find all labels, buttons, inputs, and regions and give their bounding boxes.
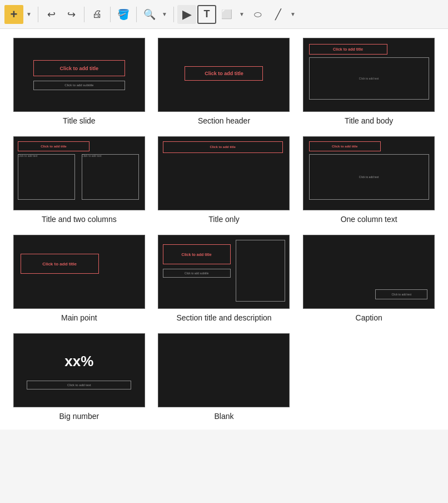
image-dropdown-arrow[interactable]: ▼ — [236, 5, 247, 24]
redo-button[interactable]: ↪ — [62, 5, 81, 24]
preview-col-right — [82, 154, 139, 199]
preview-title: Click to add title — [33, 60, 125, 76]
preview-title: Click to add title — [163, 141, 283, 153]
preview-body: Click to add text — [309, 154, 429, 199]
preview-big-number-value: xx% — [27, 347, 131, 376]
layout-item-big-number[interactable]: xx% Click to add text Big number — [11, 333, 147, 421]
layout-preview-one-col: Click to add title Click to add text — [303, 136, 435, 210]
layout-label-one-col: One column text — [341, 215, 397, 224]
layout-label-caption: Caption — [356, 313, 382, 322]
preview-subtitle: Click to add subtitle — [33, 81, 125, 90]
layout-preview-main-point: Click to add title — [13, 235, 145, 309]
layout-label-title-slide: Title slide — [63, 116, 96, 125]
preview-title: Click to add title — [185, 66, 263, 81]
select-button[interactable]: ▶ — [177, 5, 196, 24]
preview-col-right-label: Click to add text — [82, 154, 102, 157]
layout-label-big-number: Big number — [59, 412, 99, 421]
layout-item-two-cols[interactable]: Click to add title Click to add text Cli… — [11, 136, 147, 224]
layout-item-one-col[interactable]: Click to add title Click to add text One… — [301, 136, 437, 224]
preview-col-left — [18, 154, 75, 199]
layout-preview-blank — [158, 333, 290, 407]
preview-col-left-label: Click to add text — [18, 154, 38, 157]
image-group: ⬜ ▼ — [217, 5, 247, 24]
line-dropdown-arrow[interactable]: ▼ — [287, 5, 298, 24]
zoom-dropdown-arrow[interactable]: ▼ — [159, 5, 170, 24]
layout-label-title-body: Title and body — [345, 116, 393, 125]
separator-4 — [136, 7, 137, 22]
undo-button[interactable]: ↩ — [42, 5, 61, 24]
preview-body: Click to add text — [309, 57, 429, 100]
layouts-grid: Click to add title Click to add subtitle… — [11, 38, 437, 421]
print-button[interactable]: 🖨 — [88, 5, 107, 24]
separator-1 — [38, 7, 38, 22]
toolbar: + ▼ ↩ ↪ 🖨 🪣 🔍 ▼ ▶ T ⬜ ▼ ⬭ ╱ ▼ — [0, 0, 448, 29]
layout-label-blank: Blank — [214, 412, 233, 421]
layout-label-section-header: Section header — [198, 116, 250, 125]
image-button[interactable]: ⬜ — [217, 5, 236, 24]
layout-label-two-cols: Title and two columns — [42, 215, 117, 224]
preview-title: Click to add title — [21, 254, 99, 274]
preview-title: Click to add title — [18, 141, 89, 151]
layout-preview-section-desc: Click to add title Click to add subtitle — [158, 235, 290, 309]
shape-button[interactable]: ⬭ — [248, 5, 267, 24]
layout-label-title-only: Title only — [208, 215, 240, 224]
separator-2 — [84, 7, 84, 22]
text-button[interactable]: T — [197, 5, 216, 24]
layout-preview-two-cols: Click to add title Click to add text Cli… — [13, 136, 145, 210]
preview-caption-text: Click to add text — [375, 289, 427, 299]
layout-item-title-body[interactable]: Click to add title Click to add text Tit… — [301, 38, 437, 125]
layout-item-title-only[interactable]: Click to add title Title only — [156, 136, 292, 224]
layout-preview-section-header: Click to add title — [158, 38, 290, 112]
layout-preview-big-number: xx% Click to add text — [13, 333, 145, 407]
line-group: ╱ ▼ — [268, 5, 298, 24]
zoom-button[interactable]: 🔍 — [140, 5, 159, 24]
layout-item-main-point[interactable]: Click to add title Main point — [11, 235, 147, 322]
add-button[interactable]: + — [4, 5, 23, 24]
preview-content-right — [236, 240, 285, 302]
layout-item-caption[interactable]: Click to add text Caption — [301, 235, 437, 322]
preview-title: Click to add title — [163, 244, 231, 265]
separator-3 — [110, 7, 111, 22]
add-dropdown-arrow[interactable]: ▼ — [23, 5, 34, 24]
layout-item-section-desc[interactable]: Click to add title Click to add subtitle… — [156, 235, 292, 322]
preview-title: Click to add title — [309, 44, 387, 54]
preview-title: Click to add title — [309, 141, 381, 151]
separator-5 — [173, 7, 174, 22]
layouts-panel: Click to add title Click to add subtitle… — [0, 29, 448, 430]
layout-item-title-slide[interactable]: Click to add title Click to add subtitle… — [11, 38, 147, 125]
layout-item-section-header[interactable]: Click to add title Section header — [156, 38, 292, 125]
layout-preview-caption: Click to add text — [303, 235, 435, 309]
layout-label-main-point: Main point — [61, 313, 97, 322]
preview-big-number-subtitle: Click to add text — [27, 381, 131, 389]
zoom-group: 🔍 ▼ — [140, 5, 170, 24]
preview-subtitle: Click to add subtitle — [163, 269, 231, 278]
layout-item-blank[interactable]: Blank — [156, 333, 292, 421]
paint-button[interactable]: 🪣 — [114, 5, 133, 24]
add-button-group: + ▼ — [4, 5, 34, 24]
layout-preview-title-only: Click to add title — [158, 136, 290, 210]
layout-preview-title-body: Click to add title Click to add text — [303, 38, 435, 112]
layout-label-section-desc: Section title and description — [176, 313, 271, 322]
layout-preview-title-slide: Click to add title Click to add subtitle — [13, 38, 145, 112]
line-button[interactable]: ╱ — [268, 5, 287, 24]
